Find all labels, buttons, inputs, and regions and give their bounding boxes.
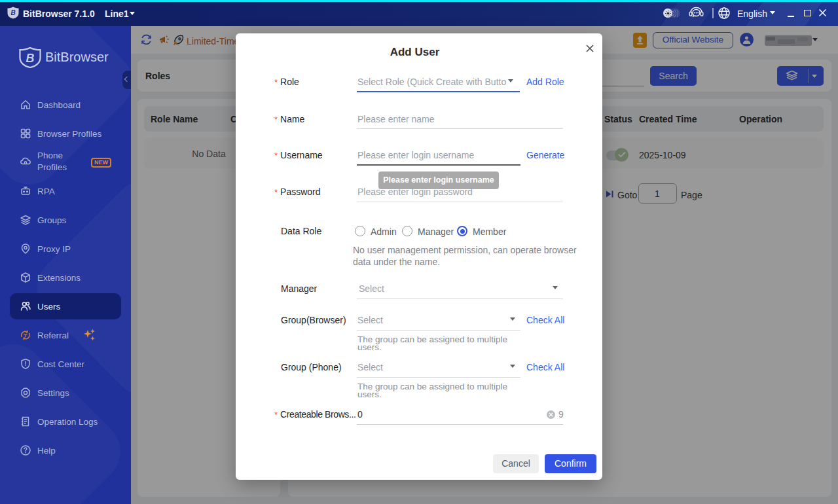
svg-text:B: B (10, 9, 15, 16)
svg-text:B: B (26, 52, 35, 65)
